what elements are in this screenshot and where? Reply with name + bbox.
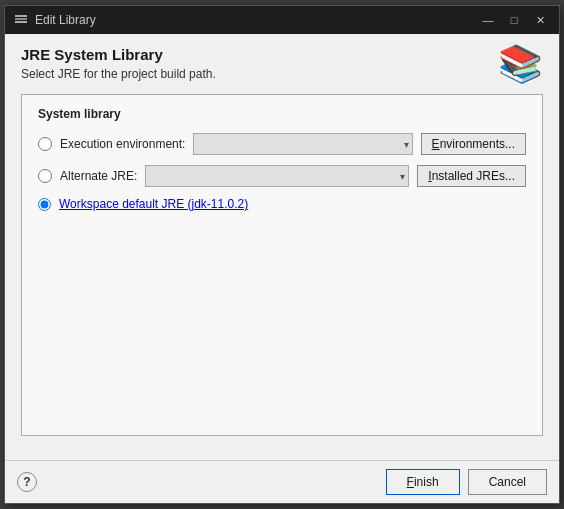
installed-jres-button[interactable]: Installed JREs... [417,165,526,187]
jre-subtitle: Select JRE for the project build path. [21,67,216,81]
minimize-button[interactable]: — [477,11,499,29]
books-icon: 📚 [498,46,543,82]
close-button[interactable]: ✕ [529,11,551,29]
header-section: JRE System Library Select JRE for the pr… [21,46,543,82]
alternate-jre-select[interactable] [145,165,409,187]
window-title: Edit Library [35,13,477,27]
svg-rect-2 [15,21,27,23]
main-window: Edit Library — □ ✕ JRE System Library Se… [4,5,560,504]
bottom-bar: ? Finish Cancel [5,460,559,503]
alternate-jre-label[interactable]: Alternate JRE: [60,169,137,183]
bottom-buttons: Finish Cancel [386,469,547,495]
execution-environment-label[interactable]: Execution environment: [60,137,185,151]
workspace-default-row: Workspace default JRE (jdk-11.0.2) [38,197,526,211]
system-library-group: System library Execution environment: En… [21,94,543,436]
group-legend: System library [38,107,526,121]
environments-button[interactable]: Environments... [421,133,526,155]
alternate-dropdown-wrapper [145,165,409,187]
help-button[interactable]: ? [17,472,37,492]
alternate-jre-radio[interactable] [38,169,52,183]
execution-environment-radio[interactable] [38,137,52,151]
window-controls: — □ ✕ [477,11,551,29]
workspace-default-label[interactable]: Workspace default JRE (jdk-11.0.2) [59,197,248,211]
header-text: JRE System Library Select JRE for the pr… [21,46,216,81]
svg-rect-0 [15,15,27,17]
jre-system-library-title: JRE System Library [21,46,216,63]
window-icon [13,12,29,28]
finish-button[interactable]: Finish [386,469,460,495]
content-area: JRE System Library Select JRE for the pr… [5,34,559,460]
maximize-button[interactable]: □ [503,11,525,29]
workspace-default-radio[interactable] [38,198,51,211]
title-bar: Edit Library — □ ✕ [5,6,559,34]
execution-environment-select[interactable] [193,133,412,155]
cancel-button[interactable]: Cancel [468,469,547,495]
execution-dropdown-wrapper [193,133,412,155]
svg-rect-1 [15,18,27,20]
execution-environment-row: Execution environment: Environments... [38,133,526,155]
alternate-jre-row: Alternate JRE: Installed JREs... [38,165,526,187]
